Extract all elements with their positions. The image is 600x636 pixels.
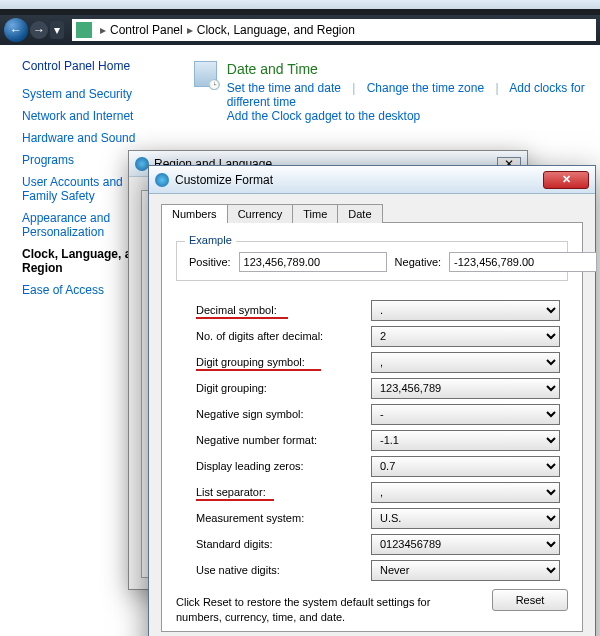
setting-label: Standard digits: bbox=[196, 538, 371, 550]
setting-row: Negative number format:-1.1 bbox=[196, 427, 560, 453]
positive-label: Positive: bbox=[189, 256, 231, 268]
setting-dropdown[interactable]: 0.7 bbox=[371, 456, 560, 477]
tab-time[interactable]: Time bbox=[292, 204, 338, 223]
setting-dropdown[interactable]: 123,456,789 bbox=[371, 378, 560, 399]
settings-form: Decimal symbol:.No. of digits after deci… bbox=[176, 297, 568, 583]
datetime-links: Set the time and date | Change the time … bbox=[227, 81, 600, 109]
setting-label: No. of digits after decimal: bbox=[196, 330, 371, 342]
reset-note: Click Reset to restore the system defaul… bbox=[176, 595, 476, 625]
content-area: Control Panel Home System and Security N… bbox=[0, 45, 600, 636]
sidebar-item-network[interactable]: Network and Internet bbox=[22, 109, 170, 123]
customize-format-dialog: Customize Format ✕ Numbers Currency Time… bbox=[148, 165, 596, 636]
globe-icon bbox=[135, 157, 149, 171]
setting-dropdown[interactable]: - bbox=[371, 404, 560, 425]
setting-label: Digit grouping symbol: bbox=[196, 356, 371, 368]
setting-dropdown[interactable]: , bbox=[371, 482, 560, 503]
setting-row: No. of digits after decimal:2 bbox=[196, 323, 560, 349]
setting-dropdown[interactable]: 0123456789 bbox=[371, 534, 560, 555]
setting-row: Digit grouping symbol:, bbox=[196, 349, 560, 375]
forward-button[interactable]: → bbox=[30, 21, 48, 39]
setting-row: Standard digits:0123456789 bbox=[196, 531, 560, 557]
link-add-gadget[interactable]: Add the Clock gadget to the desktop bbox=[227, 109, 420, 123]
link-set-time[interactable]: Set the time and date bbox=[227, 81, 341, 95]
setting-row: Digit grouping:123,456,789 bbox=[196, 375, 560, 401]
setting-row: Negative sign symbol:- bbox=[196, 401, 560, 427]
setting-label: Decimal symbol: bbox=[196, 304, 371, 316]
globe-icon bbox=[155, 173, 169, 187]
setting-row: Decimal symbol:. bbox=[196, 297, 560, 323]
date-time-icon bbox=[194, 61, 217, 87]
setting-dropdown[interactable]: -1.1 bbox=[371, 430, 560, 451]
customize-title: Customize Format bbox=[175, 173, 273, 187]
negative-value bbox=[449, 252, 597, 272]
history-dropdown[interactable]: ▾ bbox=[50, 21, 64, 39]
sidebar-item-appearance[interactable]: Appearance and Personalization bbox=[22, 211, 142, 239]
setting-dropdown[interactable]: U.S. bbox=[371, 508, 560, 529]
setting-dropdown[interactable]: . bbox=[371, 300, 560, 321]
setting-label: List separator: bbox=[196, 486, 371, 498]
sidebar-item-hardware[interactable]: Hardware and Sound bbox=[22, 131, 170, 145]
tab-numbers[interactable]: Numbers bbox=[161, 204, 228, 223]
chevron-right-icon: ▸ bbox=[100, 23, 106, 37]
link-change-timezone[interactable]: Change the time zone bbox=[367, 81, 484, 95]
tab-currency[interactable]: Currency bbox=[227, 204, 294, 223]
back-button[interactable]: ← bbox=[4, 18, 28, 42]
sidebar-item-system[interactable]: System and Security bbox=[22, 87, 170, 101]
tab-strip: Numbers Currency Time Date bbox=[161, 204, 583, 223]
setting-dropdown[interactable]: Never bbox=[371, 560, 560, 581]
setting-row: List separator:, bbox=[196, 479, 560, 505]
breadcrumb-seg-1[interactable]: Control Panel bbox=[110, 23, 183, 37]
setting-row: Display leading zeros:0.7 bbox=[196, 453, 560, 479]
negative-label: Negative: bbox=[395, 256, 441, 268]
setting-dropdown[interactable]: 2 bbox=[371, 326, 560, 347]
sidebar-home[interactable]: Control Panel Home bbox=[22, 59, 170, 73]
address-bar: ← → ▾ ▸ Control Panel ▸ Clock, Language,… bbox=[0, 15, 600, 45]
breadcrumb-seg-2[interactable]: Clock, Language, and Region bbox=[197, 23, 355, 37]
setting-label: Digit grouping: bbox=[196, 382, 371, 394]
section-title-datetime[interactable]: Date and Time bbox=[227, 61, 600, 77]
positive-value bbox=[239, 252, 387, 272]
main-pane: Date and Time Set the time and date | Ch… bbox=[190, 45, 600, 123]
reset-button[interactable]: Reset bbox=[492, 589, 568, 611]
setting-dropdown[interactable]: , bbox=[371, 352, 560, 373]
setting-label: Use native digits: bbox=[196, 564, 371, 576]
customize-titlebar[interactable]: Customize Format ✕ bbox=[149, 166, 595, 194]
tab-date[interactable]: Date bbox=[337, 204, 382, 223]
control-panel-icon bbox=[76, 22, 92, 38]
numbers-panel: Example Positive: Negative: Decimal symb… bbox=[161, 222, 583, 632]
setting-label: Display leading zeros: bbox=[196, 460, 371, 472]
example-legend: Example bbox=[185, 234, 236, 246]
breadcrumb[interactable]: ▸ Control Panel ▸ Clock, Language, and R… bbox=[72, 19, 596, 41]
setting-label: Negative sign symbol: bbox=[196, 408, 371, 420]
sidebar-item-users[interactable]: User Accounts and Family Safety bbox=[22, 175, 142, 203]
setting-row: Measurement system:U.S. bbox=[196, 505, 560, 531]
setting-label: Measurement system: bbox=[196, 512, 371, 524]
close-button[interactable]: ✕ bbox=[543, 171, 589, 189]
setting-row: Use native digits:Never bbox=[196, 557, 560, 583]
chevron-right-icon: ▸ bbox=[187, 23, 193, 37]
example-group: Example Positive: Negative: bbox=[176, 241, 568, 281]
setting-label: Negative number format: bbox=[196, 434, 371, 446]
window-titlebar-strip bbox=[0, 0, 600, 15]
